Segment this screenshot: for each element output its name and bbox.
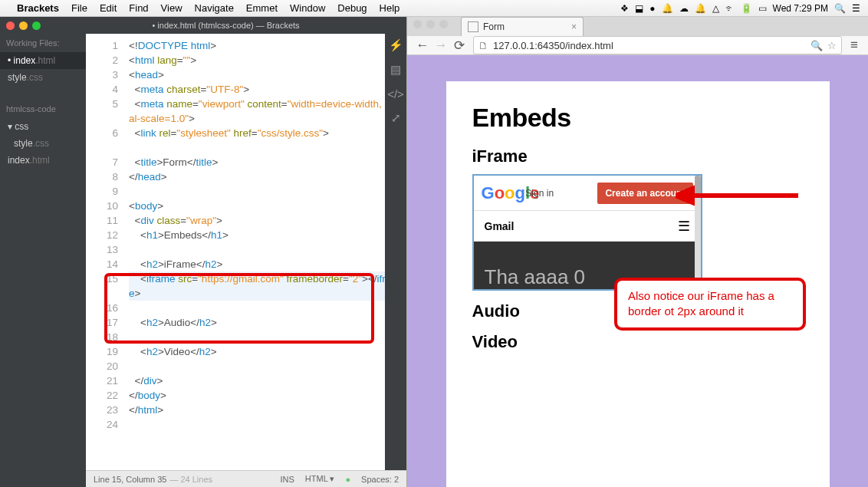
- zoom-icon[interactable]: [439, 20, 448, 28]
- menu-debug[interactable]: Debug: [337, 2, 367, 14]
- battery-icon[interactable]: 🔋: [741, 3, 752, 14]
- menu-view[interactable]: View: [161, 2, 182, 14]
- lint-status[interactable]: ●: [345, 475, 350, 484]
- display-icon[interactable]: ▭: [758, 3, 767, 14]
- menu-navigate[interactable]: Navigate: [195, 2, 234, 14]
- code-area[interactable]: <!DOCTYPE html><html lang=""><head> <met…: [126, 34, 406, 470]
- menu-emmet[interactable]: Emmet: [246, 2, 278, 14]
- iframe-preview[interactable]: Google Sign in Create an account Gmail ☰…: [472, 174, 702, 291]
- browser-window: Form × ← → ⟳ 🗋 127.0.0.1:64350/index.htm…: [406, 17, 868, 487]
- menu-edit[interactable]: Edit: [100, 2, 117, 14]
- sidebar-item-index[interactable]: • index.html: [0, 52, 86, 69]
- window-title: • index.html (htmlcss-code) — Brackets: [51, 21, 400, 30]
- url-text: 127.0.0.1:64350/index.html: [493, 40, 613, 51]
- file-index-html[interactable]: index.html: [0, 152, 86, 169]
- spotlight-icon[interactable]: 🔍: [834, 3, 846, 14]
- page-h1: Embeds: [472, 103, 804, 133]
- file-style-css[interactable]: style.css: [0, 135, 86, 152]
- extract-icon[interactable]: ⤢: [391, 111, 401, 125]
- close-icon[interactable]: [6, 21, 15, 30]
- star-icon[interactable]: ☆: [827, 40, 837, 51]
- code-icon[interactable]: </>: [387, 87, 404, 100]
- reload-button[interactable]: ⟳: [450, 38, 469, 54]
- close-icon[interactable]: [413, 20, 422, 28]
- status-icon[interactable]: ●: [649, 3, 655, 14]
- annotation-callout: Also notice our iFrame has a border ot 2…: [614, 278, 806, 331]
- heading-video: Video: [472, 332, 804, 352]
- indent-mode[interactable]: Spaces: 2: [361, 475, 399, 484]
- sidebar-item-style[interactable]: style.css: [0, 69, 86, 86]
- menu-file[interactable]: File: [71, 2, 87, 14]
- working-files-header: Working Files:: [0, 34, 86, 52]
- address-bar[interactable]: 🗋 127.0.0.1:64350/index.html 🔍☆: [473, 36, 842, 54]
- signin-text[interactable]: Sign in: [525, 188, 554, 199]
- heading-iframe: iFrame: [472, 146, 804, 166]
- forward-button[interactable]: →: [432, 38, 450, 53]
- tab-close-icon[interactable]: ×: [571, 21, 577, 32]
- menu-find[interactable]: Find: [129, 2, 148, 14]
- right-toolstrip: ⚡ ▤ </> ⤢: [385, 34, 406, 470]
- brackets-window: • index.html (htmlcss-code) — Brackets W…: [0, 17, 406, 487]
- zoom-icon[interactable]: [32, 21, 41, 30]
- create-account-button[interactable]: Create an account: [597, 183, 692, 204]
- dropbox-icon[interactable]: ⬓: [635, 3, 643, 14]
- live-preview-icon[interactable]: ⚡: [389, 38, 403, 52]
- line-count: — 24 Lines: [169, 475, 212, 484]
- menu-app[interactable]: Brackets: [17, 2, 59, 14]
- project-header[interactable]: htmlcss-code: [0, 100, 86, 118]
- browser-tab[interactable]: Form ×: [461, 17, 584, 36]
- drive-icon[interactable]: △: [712, 3, 719, 14]
- page-icon: 🗋: [478, 40, 488, 51]
- brackets-titlebar[interactable]: • index.html (htmlcss-code) — Brackets: [0, 17, 406, 34]
- browser-toolbar: ← → ⟳ 🗋 127.0.0.1:64350/index.html 🔍☆ ≡: [407, 36, 868, 55]
- extensions-icon[interactable]: ▤: [390, 63, 401, 77]
- notifs-icon[interactable]: ☰: [852, 3, 860, 14]
- chrome-menu-icon[interactable]: ≡: [847, 38, 862, 53]
- bell-icon[interactable]: 🔔: [662, 3, 673, 14]
- menu-help[interactable]: Help: [380, 2, 400, 14]
- back-button[interactable]: ←: [413, 38, 432, 53]
- clock[interactable]: Wed 7:29 PM: [773, 3, 828, 14]
- sidebar: Working Files: • index.html style.css ht…: [0, 34, 86, 487]
- favicon-icon: [468, 21, 478, 32]
- wifi-icon[interactable]: ᯤ: [725, 3, 735, 14]
- code-editor[interactable]: 123456789101112131415161718192021222324 …: [86, 34, 406, 470]
- viewport: Embeds iFrame Google Sign in Create an a…: [407, 55, 868, 487]
- gmail-label: Gmail: [485, 220, 515, 232]
- cursor-position: Line 15, Column 35: [94, 475, 166, 484]
- menu-window[interactable]: Window: [290, 2, 325, 14]
- status-icon[interactable]: ❖: [620, 3, 629, 14]
- tab-strip: Form ×: [407, 17, 868, 36]
- gutter: 123456789101112131415161718192021222324: [86, 34, 126, 470]
- insert-mode[interactable]: INS: [280, 475, 294, 484]
- minimize-icon[interactable]: [19, 21, 28, 30]
- language-mode[interactable]: HTML ▾: [305, 474, 335, 484]
- hamburger-icon[interactable]: ☰: [678, 218, 690, 235]
- mac-menubar: Brackets File Edit Find View Navigate Em…: [0, 0, 868, 17]
- folder-css[interactable]: ▾ css: [0, 118, 86, 135]
- status-bar: Line 15, Column 35 — 24 Lines INS HTML ▾…: [86, 470, 406, 487]
- cloud-icon[interactable]: ☁: [679, 3, 689, 14]
- bell-icon[interactable]: 🔔: [695, 3, 706, 14]
- tab-title: Form: [483, 21, 505, 32]
- minimize-icon[interactable]: [426, 20, 435, 28]
- zoom-icon[interactable]: 🔍: [810, 40, 823, 51]
- iframe-scrollbar[interactable]: [695, 176, 701, 289]
